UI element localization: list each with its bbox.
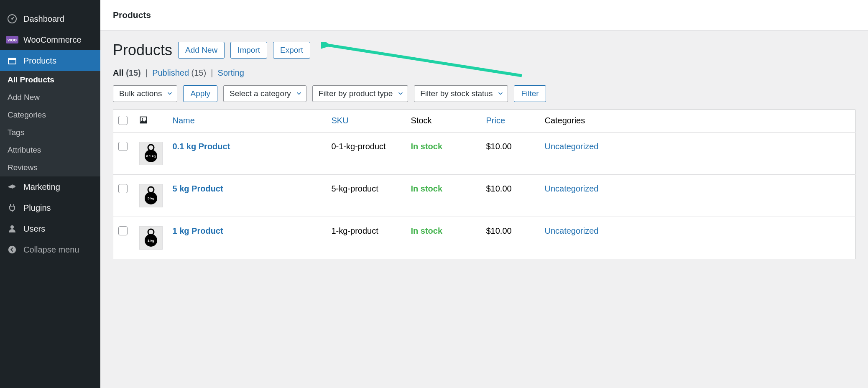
users-icon — [7, 223, 18, 234]
row-checkbox[interactable] — [118, 142, 128, 151]
svg-text:5 kg: 5 kg — [147, 197, 154, 200]
column-price[interactable]: Price — [486, 116, 505, 125]
product-thumbnail[interactable]: 5 kg — [139, 184, 163, 207]
row-checkbox[interactable] — [118, 184, 128, 193]
sidebar-item-label: Dashboard — [23, 14, 64, 24]
column-sku[interactable]: SKU — [332, 116, 349, 125]
svg-point-4 — [10, 225, 14, 229]
topbar-title: Products — [113, 10, 855, 20]
title-row: Products Add New Import Export — [113, 41, 855, 59]
sidebar-item-marketing[interactable]: Marketing — [0, 176, 100, 197]
sidebar-item-label: Marketing — [23, 182, 60, 192]
product-name-link[interactable]: 1 kg Product — [173, 226, 223, 235]
product-type-select[interactable]: Filter by product type — [312, 85, 408, 102]
products-table: Name SKU Stock Price Categories 0.1 kg 0… — [113, 110, 855, 259]
filter-button[interactable]: Filter — [514, 85, 546, 102]
product-sku: 0-1-kg-product — [327, 133, 406, 175]
stock-status: In stock — [411, 142, 443, 151]
stock-status: In stock — [411, 184, 443, 193]
svg-rect-3 — [8, 58, 16, 60]
product-thumbnail[interactable]: 1 kg — [139, 226, 163, 250]
product-category-link[interactable]: Uncategorized — [545, 184, 599, 193]
submenu-add-new[interactable]: Add New — [0, 89, 100, 106]
column-name[interactable]: Name — [173, 116, 195, 125]
sidebar-item-users[interactable]: Users — [0, 218, 100, 239]
plugins-icon — [7, 202, 18, 213]
filter-all-link[interactable]: All (15) — [113, 68, 141, 77]
sidebar-item-label: Plugins — [23, 203, 51, 213]
filter-published-link[interactable]: Published (15) — [152, 68, 206, 77]
page-title: Products — [113, 41, 172, 59]
sidebar-item-label: Users — [23, 224, 45, 234]
stock-status-select[interactable]: Filter by stock status — [414, 85, 508, 102]
product-price: $10.00 — [481, 217, 540, 259]
filter-sorting-link[interactable]: Sorting — [218, 68, 244, 77]
apply-button[interactable]: Apply — [183, 85, 217, 102]
dashboard-icon — [7, 13, 18, 24]
product-category-link[interactable]: Uncategorized — [545, 142, 599, 151]
product-sku: 5-kg-product — [327, 175, 406, 217]
row-checkbox[interactable] — [118, 226, 128, 235]
submenu-tags[interactable]: Tags — [0, 124, 100, 141]
submenu-reviews[interactable]: Reviews — [0, 159, 100, 176]
chevron-down-icon — [167, 89, 173, 98]
submenu-categories[interactable]: Categories — [0, 106, 100, 124]
svg-point-12 — [148, 187, 154, 193]
add-new-button[interactable]: Add New — [178, 42, 225, 59]
woo-icon: woo — [7, 34, 18, 45]
table-row: 0.1 kg 0.1 kg Product 0-1-kg-product In … — [113, 133, 855, 175]
status-filter-links: All (15) | Published (15) | Sorting — [113, 68, 855, 78]
svg-point-15 — [148, 229, 154, 235]
select-all-checkbox[interactable] — [118, 116, 128, 125]
products-submenu: All Products Add New Categories Tags Att… — [0, 71, 100, 176]
svg-point-9 — [148, 145, 154, 151]
sidebar-item-woocommerce[interactable]: woo WooCommerce — [0, 29, 100, 50]
chevron-down-icon — [498, 89, 503, 98]
product-sku: 1-kg-product — [327, 217, 406, 259]
main-content: Products Products Add New Import Export … — [100, 0, 868, 388]
export-button[interactable]: Export — [273, 42, 310, 59]
submenu-attributes[interactable]: Attributes — [0, 141, 100, 159]
submenu-all-products[interactable]: All Products — [0, 71, 100, 89]
chevron-down-icon — [398, 89, 403, 98]
product-name-link[interactable]: 0.1 kg Product — [173, 142, 230, 151]
admin-sidebar: Dashboard woo WooCommerce Products All P… — [0, 0, 100, 388]
table-header-row: Name SKU Stock Price Categories — [113, 110, 855, 133]
svg-text:1 kg: 1 kg — [147, 239, 154, 242]
svg-point-1 — [11, 18, 13, 20]
sidebar-item-label: WooCommerce — [23, 35, 82, 45]
image-icon — [139, 117, 148, 126]
svg-point-5 — [8, 246, 16, 253]
products-icon — [7, 55, 18, 66]
column-categories: Categories — [540, 110, 855, 133]
bulk-actions-select[interactable]: Bulk actions — [113, 85, 177, 102]
table-row: 1 kg 1 kg Product 1-kg-product In stock … — [113, 217, 855, 259]
marketing-icon — [7, 181, 18, 192]
svg-text:0.1 kg: 0.1 kg — [146, 154, 156, 158]
product-category-link[interactable]: Uncategorized — [545, 226, 599, 235]
sidebar-item-dashboard[interactable]: Dashboard — [0, 8, 100, 29]
stock-status: In stock — [411, 226, 443, 235]
product-thumbnail[interactable]: 0.1 kg — [139, 142, 163, 165]
filters-row: Bulk actions Apply Select a category Fil… — [113, 85, 855, 102]
sidebar-item-label: Collapse menu — [23, 245, 79, 255]
column-stock: Stock — [406, 110, 481, 133]
sidebar-item-label: Products — [23, 56, 56, 66]
content-area: Products Add New Import Export All (15) … — [100, 31, 868, 270]
product-name-link[interactable]: 5 kg Product — [173, 184, 223, 193]
sidebar-item-collapse[interactable]: Collapse menu — [0, 239, 100, 260]
import-button[interactable]: Import — [230, 42, 267, 59]
category-select[interactable]: Select a category — [223, 85, 306, 102]
topbar: Products — [100, 0, 868, 31]
product-price: $10.00 — [481, 175, 540, 217]
sidebar-item-products[interactable]: Products — [0, 50, 100, 71]
table-row: 5 kg 5 kg Product 5-kg-product In stock … — [113, 175, 855, 217]
sidebar-item-plugins[interactable]: Plugins — [0, 197, 100, 218]
svg-point-8 — [141, 118, 143, 120]
collapse-icon — [7, 244, 18, 255]
chevron-down-icon — [296, 89, 302, 98]
product-price: $10.00 — [481, 133, 540, 175]
